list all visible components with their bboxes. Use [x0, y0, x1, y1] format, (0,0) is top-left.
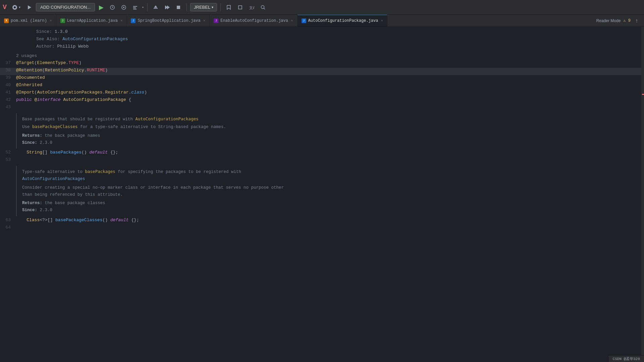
tab-label-pom: pom.xml (learn)	[11, 18, 47, 23]
vcs-icon[interactable]: ▾	[10, 3, 22, 11]
linenum-39: 39	[0, 75, 16, 80]
tab-label-autoconfig: AutoConfigurationPackage.java	[308, 18, 378, 23]
linenum-63: 63	[0, 218, 16, 223]
see-also-value: AutoConfigurationPackages	[62, 36, 128, 43]
svg-marker-10	[154, 5, 157, 8]
linenum-52: 52	[0, 150, 16, 155]
tab-label-springboot: SpringBootApplication.java	[138, 18, 200, 23]
code-line-63: 63 Class<?>[] basePackageClasses() defau…	[0, 218, 641, 225]
tab-icon-autoconfig: J	[302, 18, 306, 23]
linenum-53: 53	[0, 157, 16, 162]
svg-rect-6	[133, 6, 137, 7]
doc-2-linenum	[0, 165, 16, 218]
tab-close-enable[interactable]: ×	[291, 19, 293, 23]
since-value: 1.3.0	[55, 28, 68, 36]
tabs-bar: X pom.xml (learn) × J LearnApplication.j…	[0, 15, 644, 27]
doc-block-1-container: Base packages that should be registered …	[0, 112, 641, 150]
linenum-38: 38	[0, 68, 16, 73]
doc-2-line3: Consider creating a special no-op marker…	[22, 184, 636, 191]
tab-icon-pom: X	[4, 18, 9, 23]
reader-mode-button[interactable]: Reader Mode	[596, 18, 621, 23]
tab-icon-learn: J	[60, 18, 65, 23]
separator-1	[147, 3, 148, 11]
linenum-64: 64	[0, 225, 16, 230]
doc-2-returns: Returns: the base package classes	[22, 200, 636, 207]
translate-button[interactable]: 文A	[247, 3, 256, 11]
code-37-annotation: @Target	[16, 60, 35, 65]
code-body: Since: 1.3.0 See Also: AutoConfiguration…	[0, 27, 644, 362]
svg-rect-8	[133, 9, 137, 9]
linenum-37: 37	[0, 60, 16, 65]
jrebel-dropdown: ▾	[212, 5, 213, 9]
scrollbar-right[interactable]	[641, 27, 644, 362]
jrebel-label: JREBEL	[194, 5, 210, 10]
coverage-button[interactable]	[130, 3, 140, 11]
tab-close-autoconfig[interactable]: ×	[381, 19, 383, 23]
code-line-52: 52 String[] basePackages() default {};	[0, 150, 641, 157]
line-num-author	[20, 43, 36, 50]
code-area: Since: 1.3.0 See Also: AutoConfiguration…	[0, 27, 644, 362]
code-line-38: 38 @Retention(RetentionPolicy.RUNTIME)	[0, 68, 641, 75]
tab-learn-application[interactable]: J LearnApplication.java ×	[56, 15, 127, 26]
debug-button[interactable]	[119, 3, 128, 11]
author-value: Phillip Webb	[57, 43, 89, 50]
svg-marker-2	[28, 5, 31, 9]
stop-square-button[interactable]	[235, 3, 245, 11]
svg-marker-12	[167, 5, 170, 9]
doc-1-linenum	[0, 112, 16, 150]
svg-point-17	[261, 5, 264, 8]
doc-1-line1: Base packages that should be registered …	[22, 115, 636, 123]
tab-springboot[interactable]: J SpringBootApplication.java ×	[127, 15, 210, 26]
linenum-42: 42	[0, 97, 16, 102]
doc-2-line1: Type-safe alternative to basePackages fo…	[22, 168, 636, 176]
scroll-marker	[642, 94, 644, 95]
line-num-since	[20, 28, 36, 36]
run-all-button[interactable]	[162, 3, 172, 11]
tab-label-learn: LearnApplication.java	[67, 18, 118, 23]
csdn-credit: CSDN @孟华328	[613, 356, 640, 361]
settings-run-button[interactable]	[108, 3, 117, 11]
usages-text: 2 usages	[16, 52, 37, 60]
svg-point-1	[14, 6, 16, 8]
svg-rect-13	[177, 6, 180, 9]
run-config-icon[interactable]	[24, 3, 34, 11]
status-bar: CSDN @孟华328	[609, 355, 644, 362]
tab-icon-springboot: J	[131, 18, 136, 23]
stop-button[interactable]	[174, 3, 183, 11]
author-label: Author:	[36, 43, 55, 50]
linenum-41: 41	[0, 90, 16, 95]
svg-rect-7	[133, 7, 136, 8]
run-dropdown[interactable]: ▾	[142, 5, 144, 9]
code-line-42: 42 public @interface AutoConfigurationPa…	[0, 97, 641, 105]
scroll-up-button[interactable]: ↑	[633, 16, 640, 25]
tab-close-learn[interactable]: ×	[120, 19, 123, 23]
main-toolbar: V ▾ ADD CONFIGURATION... ▶ ▾	[0, 0, 644, 15]
run-button[interactable]: ▶	[97, 3, 106, 12]
svg-rect-9	[154, 8, 158, 9]
line-num-see	[20, 36, 36, 43]
jrebel-button[interactable]: JREBEL ▾	[190, 3, 217, 11]
svg-point-5	[123, 7, 124, 8]
global-search-button[interactable]	[258, 3, 268, 11]
tab-close-pom[interactable]: ×	[50, 19, 52, 23]
bookmark-button[interactable]	[224, 3, 233, 11]
build-button[interactable]	[151, 3, 160, 11]
svg-line-18	[264, 8, 265, 9]
svg-marker-14	[227, 5, 230, 9]
tab-label-enable: EnableAutoConfiguration.java	[220, 18, 288, 23]
vcs-dropdown: ▾	[19, 5, 20, 9]
tab-autoconfig-package[interactable]: J AutoConfigurationPackage.java ×	[298, 15, 387, 26]
tab-enable-autoconfig[interactable]: J EnableAutoConfiguration.java ×	[210, 15, 297, 26]
code-line-39: 39 @Documented	[0, 75, 641, 82]
svg-text:文A: 文A	[249, 6, 254, 10]
tab-icon-enable: J	[214, 18, 218, 23]
code-line-37: 37 @Target(ElementType.TYPE)	[0, 60, 641, 68]
code-line-40: 40 @Inherited	[0, 82, 641, 90]
add-configuration-button[interactable]: ADD CONFIGURATION...	[36, 3, 95, 11]
code-line-64: 64	[0, 225, 641, 232]
doc-1-since: Since: 2.3.0	[22, 139, 636, 146]
tab-close-springboot[interactable]: ×	[203, 19, 206, 23]
doc-block-1: Base packages that should be registered …	[16, 113, 641, 148]
separator-2	[186, 3, 187, 11]
tab-pom-xml[interactable]: X pom.xml (learn) ×	[0, 15, 56, 26]
